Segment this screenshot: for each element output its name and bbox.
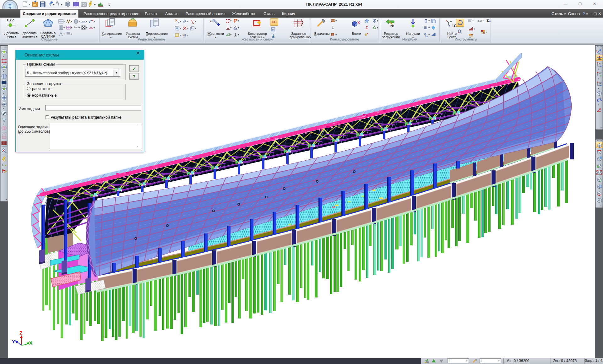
svg-text:XZ: XZ xyxy=(599,62,602,65)
svg-text:z: z xyxy=(600,97,601,99)
svg-text:X,Y,Z: X,Y,Z xyxy=(7,19,14,22)
svg-text:f(x,y): f(x,y) xyxy=(74,26,79,28)
svg-text:Y: Y xyxy=(12,339,15,344)
svg-text:Z: Z xyxy=(19,330,22,335)
svg-text:Σ: Σ xyxy=(486,19,489,23)
svg-text:№: № xyxy=(390,24,394,28)
svg-text:XY: XY xyxy=(599,72,602,74)
svg-text:X: X xyxy=(29,340,32,345)
svg-text:YZ: YZ xyxy=(599,82,602,84)
svg-text:1.2): 1.2) xyxy=(478,19,482,22)
svg-text:L: L xyxy=(2,163,4,167)
svg-text:EF: EF xyxy=(2,103,6,106)
svg-text:№: № xyxy=(426,361,429,363)
svg-text:№: № xyxy=(182,34,186,37)
